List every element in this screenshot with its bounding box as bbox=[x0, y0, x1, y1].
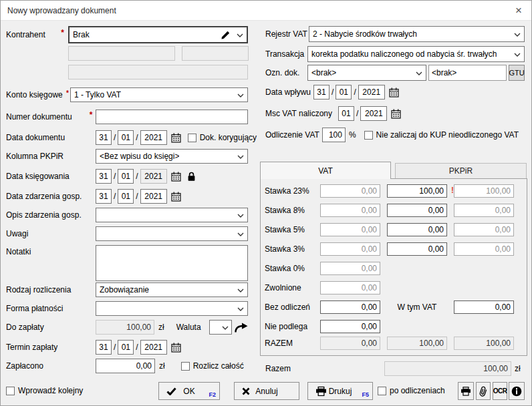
data-ksiegowania-day[interactable] bbox=[96, 169, 112, 184]
data-dokumentu-month[interactable] bbox=[118, 130, 134, 145]
data-ksiegowania-row: Data księgowania / / bbox=[6, 169, 248, 184]
pencil-icon[interactable] bbox=[220, 30, 231, 41]
termin-zaplaty-year[interactable] bbox=[140, 340, 167, 355]
forma-platnosci-combobox[interactable] bbox=[96, 301, 248, 316]
termin-zaplaty-day[interactable] bbox=[96, 340, 112, 355]
stawka-3-vat[interactable] bbox=[387, 242, 447, 256]
wprowadz-kolejny-group: Wprowadź kolejny bbox=[6, 386, 83, 395]
info-icon bbox=[511, 386, 522, 397]
calendar-icon[interactable] bbox=[171, 343, 181, 353]
kolumna-pkpir-combobox[interactable]: <Bez wpisu do księgi> bbox=[96, 149, 248, 164]
stawka-0-label: Stawka 0% bbox=[265, 264, 320, 273]
nie-podlega-row: Nie podlega bbox=[265, 320, 527, 333]
odliczenie-row: Odliczenie VAT % Nie zaliczaj do KUP nie… bbox=[265, 128, 525, 142]
stawka-8-row: Stawka 8% bbox=[265, 204, 527, 217]
stawka-5-label: Stawka 5% bbox=[265, 225, 320, 234]
right-column: Rejestr VAT 2 - Nabycie środków trwałych… bbox=[265, 26, 525, 142]
attachment-button[interactable] bbox=[476, 382, 491, 400]
po-odliczeniach-group: po odliczeniach bbox=[378, 386, 445, 395]
lock-icon[interactable] bbox=[187, 172, 196, 182]
date-separator: / bbox=[114, 343, 116, 352]
calendar-icon[interactable] bbox=[171, 133, 181, 143]
notatki-textarea[interactable] bbox=[96, 245, 248, 281]
currency-transfer-arrow-icon[interactable] bbox=[234, 323, 248, 333]
ok-button[interactable]: OK F2 bbox=[158, 382, 220, 400]
print-button[interactable] bbox=[458, 382, 474, 400]
termin-zaplaty-month[interactable] bbox=[118, 340, 134, 355]
calendar-icon[interactable] bbox=[171, 172, 181, 182]
rodzaj-rozliczenia-combobox[interactable]: Zobowiązanie bbox=[96, 282, 248, 297]
stawka-5-row: Stawka 5% bbox=[265, 223, 527, 236]
data-zdarzenia-year[interactable] bbox=[140, 189, 167, 204]
data-zdarzenia-month[interactable] bbox=[118, 189, 134, 204]
numer-dokumentu-input[interactable] bbox=[96, 110, 248, 124]
data-ksiegowania-month[interactable] bbox=[118, 169, 134, 184]
ozn-dok-label: Ozn. dok. bbox=[265, 68, 307, 77]
rejestr-vat-combobox[interactable]: 2 - Nabycie środków trwałych bbox=[309, 26, 525, 42]
wprowadz-kolejny-checkbox[interactable] bbox=[6, 387, 15, 395]
uwagi-combobox[interactable] bbox=[96, 226, 248, 241]
drukuj-button[interactable]: Drukuj F5 bbox=[307, 382, 373, 400]
data-dokumentu-year[interactable] bbox=[140, 130, 167, 145]
close-icon[interactable]: × bbox=[511, 3, 526, 18]
w-tym-vat-input[interactable] bbox=[454, 300, 514, 314]
konto-required-asterisk: * bbox=[65, 89, 70, 97]
calendar-icon[interactable] bbox=[391, 109, 401, 119]
termin-row: Termin zapłaty / / bbox=[6, 340, 248, 355]
zwolnione-netto bbox=[320, 281, 380, 294]
do-zaplaty-field bbox=[96, 320, 154, 335]
msc-vat-year[interactable] bbox=[360, 106, 387, 121]
data-wplywu-day[interactable] bbox=[313, 85, 329, 99]
data-dokumentu-day[interactable] bbox=[96, 130, 112, 145]
zaplacono-input[interactable] bbox=[96, 359, 155, 373]
x-icon bbox=[242, 387, 250, 395]
calendar-icon[interactable] bbox=[171, 192, 181, 202]
data-wplywu-year[interactable] bbox=[358, 85, 385, 99]
data-wplywu-month[interactable] bbox=[336, 85, 352, 99]
chevron-down-icon bbox=[237, 155, 244, 159]
msc-vat-month[interactable] bbox=[338, 106, 354, 121]
date-separator: / bbox=[114, 133, 116, 142]
konto-ksiegowe-combobox[interactable]: 1 - Tylko VAT bbox=[70, 87, 248, 102]
zaplacono-label: Zapłacono bbox=[6, 361, 96, 371]
tab-pkpir[interactable]: PKPiR bbox=[395, 163, 527, 178]
opis-zdarzenia-combobox[interactable] bbox=[96, 208, 248, 222]
msc-vat-label: Msc VAT naliczony bbox=[265, 109, 338, 118]
percent-sign: % bbox=[349, 130, 356, 140]
anuluj-button[interactable]: Anuluj bbox=[234, 382, 299, 400]
tab-vat[interactable]: VAT bbox=[260, 162, 391, 179]
stawka-23-vat[interactable] bbox=[387, 184, 447, 198]
stawka-3-row: Stawka 3% bbox=[265, 242, 527, 256]
stawka-5-netto bbox=[320, 223, 380, 236]
nie-podlega-label: Nie podlega bbox=[265, 322, 320, 331]
chevron-down-icon bbox=[237, 93, 244, 97]
numer-required-asterisk: * bbox=[86, 110, 96, 120]
ocr-button[interactable]: OCR bbox=[493, 382, 507, 400]
zwolnione-row: Zwolnione bbox=[265, 281, 527, 294]
info-button[interactable] bbox=[509, 382, 525, 400]
date-separator: / bbox=[136, 192, 138, 201]
calendar-icon[interactable] bbox=[389, 87, 399, 97]
razem-netto bbox=[320, 337, 380, 350]
chevron-down-icon bbox=[416, 71, 422, 75]
bez-odliczen-netto[interactable] bbox=[320, 300, 380, 314]
po-odliczeniach-checkbox[interactable] bbox=[378, 387, 386, 395]
nie-podlega-netto[interactable] bbox=[320, 320, 380, 333]
stawka-8-vat[interactable] bbox=[387, 204, 447, 217]
stawka-5-vat[interactable] bbox=[387, 223, 447, 236]
odliczenie-vat-input[interactable] bbox=[322, 128, 346, 142]
chevron-down-icon bbox=[237, 33, 243, 37]
kontrahent-combobox[interactable]: Brak bbox=[68, 26, 248, 43]
transakcja-combobox[interactable]: korekta podatku naliczonego od nabycia ś… bbox=[307, 46, 525, 62]
dok-korygujacy-checkbox[interactable] bbox=[188, 134, 196, 142]
stawka-8-netto bbox=[320, 204, 380, 217]
ozn-dok-combobox[interactable]: <brak> bbox=[307, 65, 426, 81]
date-separator: / bbox=[114, 172, 116, 181]
waluta-combobox[interactable] bbox=[209, 320, 232, 335]
data-zdarzenia-day[interactable] bbox=[96, 189, 112, 204]
rozlicz-calosc-checkbox[interactable] bbox=[181, 362, 190, 371]
gtu-button[interactable]: GTU bbox=[509, 65, 525, 81]
stawka-5-brutto bbox=[454, 223, 514, 236]
kup-checkbox[interactable] bbox=[364, 131, 373, 140]
stawka-0-netto bbox=[320, 262, 380, 275]
